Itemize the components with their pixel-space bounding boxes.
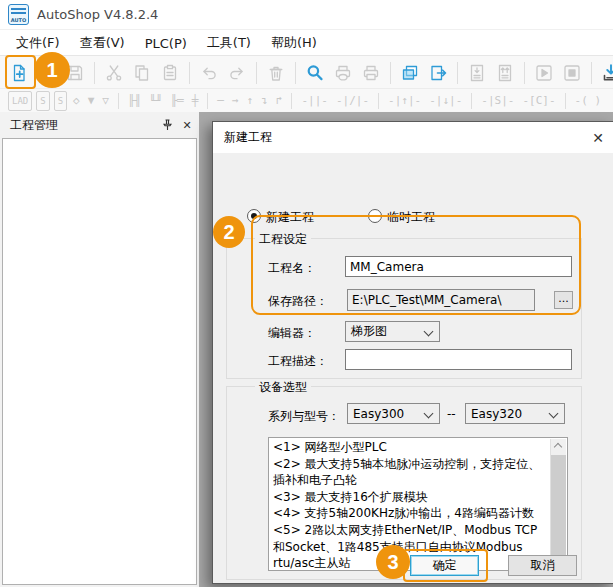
toolbar-separator	[189, 62, 190, 84]
pin-icon[interactable]	[159, 117, 175, 133]
main-toolbar	[0, 55, 613, 89]
upload-compare-icon[interactable]	[492, 59, 518, 87]
contact-nc-icon[interactable]: -|/|-	[334, 92, 371, 110]
toolbar-separator	[291, 93, 292, 109]
new-project-dialog: 新建工程 ✕ 新建工程 临时工程 工程设定 工程名： 保存路径：	[212, 121, 613, 584]
contact-rising-icon[interactable]: -|↑|-	[386, 92, 423, 110]
chevron-down-icon	[549, 409, 559, 419]
project-panel: 工程管理 ✕	[0, 112, 199, 587]
dialog-close-icon[interactable]: ✕	[583, 130, 613, 146]
sfc-step-icon[interactable]: S	[54, 91, 67, 111]
toolbar-separator	[471, 93, 472, 109]
branch-icon[interactable]: ◇	[71, 92, 82, 110]
radio-new-project-label: 新建工程	[266, 210, 314, 224]
editor-select[interactable]: 梯形图	[345, 321, 440, 342]
copy-icon[interactable]	[129, 59, 155, 87]
device-info-scrollbar[interactable]	[550, 439, 566, 569]
sfc-block-icon[interactable]: S	[36, 91, 49, 111]
dialog-title-bar: 新建工程 ✕	[213, 122, 613, 153]
series-model-separator: --	[447, 407, 456, 421]
model-select[interactable]: Easy320	[465, 403, 565, 424]
contact-set-icon[interactable]: -|S|-	[479, 92, 516, 110]
toolbar-separator	[565, 93, 566, 109]
coil-icon[interactable]: -( )	[573, 92, 604, 110]
new-project-icon[interactable]	[6, 59, 32, 87]
stop-monitor-icon[interactable]	[559, 59, 585, 87]
insert-contact-cell-icon[interactable]: ╟╢	[126, 92, 143, 110]
ok-button[interactable]: 确定	[410, 555, 479, 576]
save-path-input[interactable]	[347, 289, 535, 311]
cancel-button[interactable]: 取消	[508, 555, 577, 576]
series-model-label: 系列与型号：	[268, 408, 340, 425]
draw-corner-down-icon[interactable]: ↴	[259, 92, 270, 110]
toolbar-separator	[591, 62, 592, 84]
menu-item-2[interactable]: PLC(P)	[135, 33, 197, 54]
insert-row-icon[interactable]: ╟═	[168, 92, 185, 110]
project-tree-area[interactable]	[2, 138, 197, 585]
description-label: 工程描述：	[268, 353, 328, 370]
project-name-label: 工程名：	[268, 260, 316, 277]
device-selection-group-title: 设备选型	[255, 379, 311, 396]
dialog-body: 新建工程 临时工程 工程设定 工程名： 保存路径： ... 编辑器： 梯形图	[213, 153, 613, 583]
insert-branch-cell-icon[interactable]: ╙╜	[147, 92, 164, 110]
browse-button[interactable]: ...	[554, 291, 573, 309]
menu-item-3[interactable]: 工具(T)	[197, 31, 261, 55]
radio-temp-project[interactable]: 临时工程	[368, 206, 435, 226]
open-project-icon[interactable]	[34, 59, 60, 87]
redo-icon[interactable]	[224, 59, 250, 87]
insert-row-down-icon[interactable]: ▼	[86, 92, 97, 110]
contact-falling-icon[interactable]: -|↓|-	[427, 92, 464, 110]
contact-no-icon[interactable]: -||-	[299, 92, 330, 110]
lad-view-icon[interactable]: LAD	[8, 91, 32, 111]
app-logo-icon: AUTO	[8, 4, 29, 25]
paste-icon[interactable]	[157, 59, 183, 87]
search-icon[interactable]	[302, 59, 328, 87]
compare-block-icon[interactable]: -[C]-	[520, 92, 557, 110]
scrollbar-thumb[interactable]	[551, 455, 566, 555]
device-selection-group: 设备选型 系列与型号： Easy300 -- Easy320 <1> 网络型小型…	[226, 386, 582, 580]
menu-item-0[interactable]: 文件(F)	[6, 31, 70, 55]
save-icon[interactable]	[62, 59, 88, 87]
toolbar-separator	[378, 93, 379, 109]
radio-temp-project-circle[interactable]	[368, 209, 382, 223]
download-to-plc-icon[interactable]	[598, 59, 613, 87]
draw-line-up-icon[interactable]: ↑	[245, 92, 256, 110]
editor-select-value: 梯形图	[351, 323, 387, 340]
cut-icon[interactable]	[101, 59, 127, 87]
menu-item-4[interactable]: 帮助(H)	[261, 31, 327, 55]
app-logo-text: AUTO	[9, 18, 28, 23]
toolbar-separator	[94, 62, 95, 84]
radio-new-project[interactable]: 新建工程	[247, 206, 314, 226]
scroll-up-icon[interactable]	[551, 439, 566, 454]
draw-line-right-icon[interactable]: →	[230, 92, 241, 110]
series-select[interactable]: Easy300	[347, 403, 440, 424]
series-select-value: Easy300	[353, 407, 404, 421]
project-settings-group-title: 工程设定	[255, 231, 311, 248]
toolbar-separator	[457, 62, 458, 84]
panel-close-icon[interactable]: ✕	[179, 117, 195, 133]
merge-cell-icon[interactable]: ╪	[190, 92, 201, 110]
delete-icon[interactable]	[263, 59, 289, 87]
save-path-label: 保存路径：	[268, 293, 328, 310]
radio-new-project-circle[interactable]	[247, 209, 261, 223]
description-input[interactable]	[345, 349, 572, 370]
print-icon[interactable]	[358, 59, 384, 87]
project-name-input[interactable]	[345, 256, 572, 277]
draw-hline-icon[interactable]: ─	[215, 92, 226, 110]
download-compare-icon[interactable]	[464, 59, 490, 87]
window-cascade-icon[interactable]	[397, 59, 423, 87]
toolbar-separator	[207, 93, 208, 109]
window-export-icon[interactable]	[425, 59, 451, 87]
print-preview-icon[interactable]	[330, 59, 356, 87]
run-monitor-icon[interactable]	[531, 59, 557, 87]
project-panel-title: 工程管理	[10, 117, 159, 134]
menu-item-1[interactable]: 查看(V)	[70, 31, 135, 55]
ladder-toolbar: LADSS◇▼▽╟╢╙╜╟═╪─→↑↴↱-||--|/|--|↑|--|↓|--…	[0, 88, 613, 113]
window-title: AutoShop V4.8.2.4	[37, 7, 158, 22]
draw-corner-up-icon[interactable]: ↱	[274, 92, 285, 110]
toolbar-separator	[295, 62, 296, 84]
chevron-down-icon	[424, 409, 434, 419]
undo-icon[interactable]	[196, 59, 222, 87]
append-row-down-icon[interactable]: ▽	[100, 92, 111, 110]
toolbar-separator	[390, 62, 391, 84]
